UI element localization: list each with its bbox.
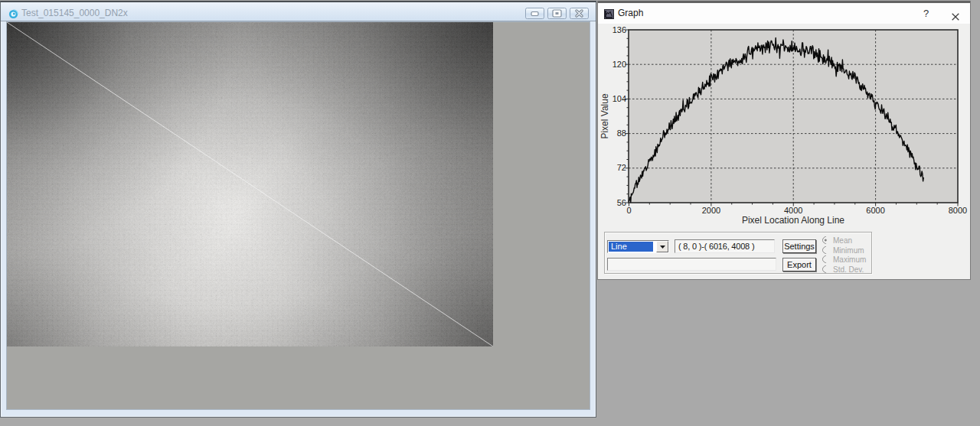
svg-text:56: 56 [617, 198, 626, 207]
svg-text:Pixel Value: Pixel Value [599, 93, 610, 138]
svg-text:88: 88 [617, 128, 626, 138]
svg-text:Pixel Location Along Line: Pixel Location Along Line [742, 215, 844, 226]
svg-text:4000: 4000 [784, 206, 802, 215]
svg-text:2000: 2000 [702, 206, 720, 215]
svg-text:120: 120 [612, 60, 626, 69]
svg-text:6000: 6000 [866, 206, 884, 215]
svg-text:136: 136 [612, 25, 626, 34]
svg-text:0: 0 [626, 206, 631, 215]
svg-text:72: 72 [617, 163, 626, 172]
svg-text:8000: 8000 [949, 206, 967, 215]
svg-text:104: 104 [612, 94, 626, 103]
